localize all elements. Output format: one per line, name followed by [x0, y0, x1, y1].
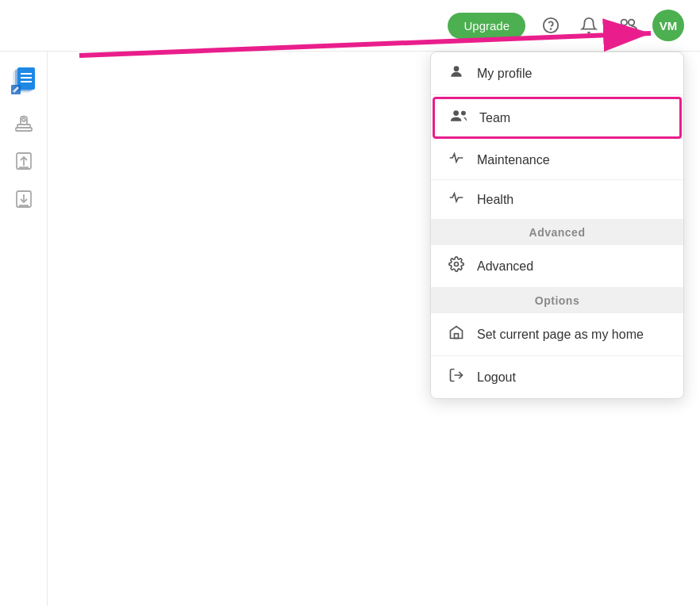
svg-point-24 [461, 111, 466, 116]
svg-rect-26 [455, 334, 459, 339]
gear-icon [447, 256, 466, 276]
svg-point-5 [629, 20, 634, 25]
svg-point-23 [453, 110, 459, 116]
sidebar-download-icon[interactable] [13, 188, 35, 210]
dropdown-item-logout[interactable]: Logout [431, 356, 683, 398]
sidebar-stamp-icon[interactable] [13, 112, 35, 134]
user-dropdown-menu: My profile Team Maintenance Heal [430, 52, 684, 399]
svg-point-22 [454, 66, 460, 71]
notifications-icon[interactable] [576, 13, 602, 38]
maintenance-label: Maintenance [477, 153, 550, 167]
dropdown-item-health[interactable]: Health [431, 180, 683, 220]
dropdown-item-set-home[interactable]: Set current page as my home [431, 313, 683, 356]
person-icon [447, 63, 466, 83]
options-section-header: Options [431, 288, 683, 313]
advanced-label: Advanced [477, 259, 533, 274]
health-pulse-icon [447, 191, 466, 208]
dropdown-item-team[interactable]: Team [433, 97, 682, 139]
group-icon [449, 109, 468, 127]
svg-point-15 [22, 118, 25, 121]
maintenance-pulse-icon [447, 152, 466, 168]
set-home-label: Set current page as my home [477, 328, 644, 342]
logout-label: Logout [477, 370, 516, 385]
sidebar [0, 52, 48, 606]
svg-point-25 [455, 263, 459, 267]
dropdown-item-maintenance[interactable]: Maintenance [431, 140, 683, 180]
dropdown-item-my-profile[interactable]: My profile [431, 52, 683, 95]
team-label: Team [479, 111, 510, 125]
team-icon[interactable] [614, 13, 640, 38]
dropdown-item-advanced[interactable]: Advanced [431, 245, 683, 288]
health-label: Health [477, 193, 513, 207]
sidebar-upload-icon[interactable] [13, 150, 35, 172]
svg-rect-14 [16, 128, 32, 131]
header: Upgrade VM [0, 0, 700, 52]
svg-point-4 [621, 20, 627, 25]
my-profile-label: My profile [477, 67, 532, 81]
sidebar-documents-icon[interactable] [11, 67, 37, 96]
svg-point-3 [551, 29, 552, 29]
advanced-section-header: Advanced [431, 220, 683, 245]
user-avatar[interactable]: VM [652, 10, 684, 41]
help-icon[interactable] [538, 13, 563, 38]
home-icon [447, 324, 466, 344]
upgrade-button[interactable]: Upgrade [448, 13, 525, 39]
logout-icon [447, 367, 466, 387]
